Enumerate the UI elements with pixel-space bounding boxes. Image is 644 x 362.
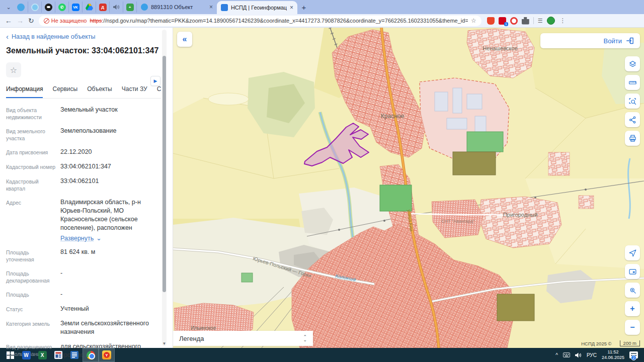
document-app-icon: [70, 351, 78, 359]
forward-button[interactable]: →: [17, 17, 24, 24]
taskbar-word[interactable]: W: [18, 348, 34, 362]
extensions-area: 1 ☰ ⋮: [487, 17, 566, 25]
map-label-nenashevskoe: Ненашевское: [482, 45, 518, 51]
login-bar[interactable]: Войти: [540, 33, 640, 48]
extension-ring-icon[interactable]: [510, 17, 518, 25]
mask-icon: [47, 6, 50, 8]
area-search-button[interactable]: [625, 94, 640, 109]
field-row: СтатусУчтенный: [6, 305, 160, 313]
field-row: Кадастровый квартал33:04:062101: [6, 177, 160, 192]
tab-search-button[interactable]: ⌄: [3, 2, 14, 12]
volume-icon[interactable]: [575, 352, 582, 358]
field-row: Вид земельного участкаЗемлепользование: [6, 127, 160, 142]
map-canvas[interactable]: Ненашевское Красное Пригородный СНТ "Ава…: [173, 28, 644, 348]
url-rest: ://nspd.gov.ru/map?thematic=PKK&zoom=14.…: [102, 18, 468, 24]
tab-nspd[interactable]: НСПД | Геоинформационный ×: [217, 1, 297, 14]
pinned-tab-dzen[interactable]: Д: [96, 2, 109, 13]
notification-center-button[interactable]: 2: [629, 351, 638, 358]
field-row: Площадь декларированная-: [6, 269, 160, 284]
reload-button[interactable]: ↻: [28, 17, 34, 24]
word-icon: W: [22, 351, 31, 359]
favorite-button[interactable]: ☆: [6, 62, 21, 77]
field-value: Учтенный: [60, 305, 89, 313]
close-icon[interactable]: ×: [290, 4, 293, 11]
pinned-tab-3[interactable]: [41, 2, 55, 13]
scroll-down-icon[interactable]: ▼: [162, 341, 167, 346]
minimap-button[interactable]: [625, 264, 640, 279]
taskbar-app-doc1[interactable]: [50, 348, 66, 362]
tab-title: НСПД | Геоинформационный: [231, 5, 287, 11]
language-indicator[interactable]: РУС: [587, 352, 597, 358]
taskbar-chrome[interactable]: [83, 348, 99, 362]
pinned-tab-9[interactable]: +: [123, 2, 136, 13]
object-search-button[interactable]: [625, 283, 640, 298]
pinned-tab-audio[interactable]: [109, 2, 123, 13]
field-value: Владимирская область, р-н Юрьев-Польский…: [60, 198, 160, 232]
map-tools-top: [625, 56, 640, 146]
security-badge[interactable]: Не защищено: [44, 18, 87, 24]
field-label: Дата присвоения: [6, 148, 56, 156]
legend-bar[interactable]: Легенда ⌃ ⌄: [173, 331, 313, 346]
ruler-button[interactable]: [625, 75, 640, 90]
tab-parts[interactable]: Части ЗУ: [122, 85, 147, 98]
new-tab-button[interactable]: +: [297, 2, 310, 13]
clock[interactable]: 11:52 24.06.2025: [602, 349, 624, 361]
security-badge-label: Не защищено: [51, 18, 87, 24]
keyboard-icon[interactable]: [563, 352, 570, 357]
bookmark-star-icon[interactable]: ☆: [471, 17, 476, 24]
tray-expand-icon[interactable]: ^: [555, 352, 558, 358]
taskbar-yandex[interactable]: Y: [99, 348, 115, 362]
login-icon: [626, 37, 634, 44]
address-expand-link[interactable]: Развернуть ⌄: [60, 234, 160, 242]
url-scheme: https: [90, 18, 102, 24]
back-to-results-link[interactable]: ‹ Назад в найденные объекты: [6, 33, 160, 40]
taskbar-tray: ^ РУС 11:52 24.06.2025 2: [555, 349, 642, 361]
app-icon: [31, 4, 39, 11]
extension-blocker-icon[interactable]: 1: [499, 17, 506, 25]
share-button[interactable]: [625, 112, 640, 127]
extension-shield-icon[interactable]: [487, 17, 495, 25]
notification-badge: 2: [631, 355, 636, 360]
page-title: Земельный участок: 33:04:062101:347: [6, 46, 160, 55]
tab-objects[interactable]: Объекты: [87, 85, 112, 98]
scrollbar-thumb[interactable]: [163, 56, 166, 292]
scale-bar: 200 m: [620, 340, 640, 346]
start-button[interactable]: [2, 348, 18, 362]
panel-scrollbar[interactable]: ▼: [162, 30, 167, 346]
expand-label: Развернуть: [60, 235, 94, 242]
layers-button[interactable]: [625, 56, 640, 71]
tab-object[interactable]: 8891310 Объект ×: [136, 2, 217, 13]
field-row-address: Адрес Владимирская область, р-н Юрьев-По…: [6, 198, 160, 242]
dzen-icon: Д: [99, 4, 107, 11]
arrow-right-icon: ▶: [154, 78, 157, 83]
tab-services[interactable]: Сервисы: [52, 85, 77, 98]
taskbar-app-doc2[interactable]: [66, 348, 83, 362]
geolocate-button[interactable]: [625, 245, 640, 260]
field-row: Площадь-: [6, 290, 160, 299]
pinned-tab-2[interactable]: [28, 2, 41, 13]
pinned-tab-1[interactable]: [14, 2, 28, 13]
address-bar[interactable]: Не защищено https://nspd.gov.ru/map?them…: [39, 16, 481, 26]
pinned-tab-vk[interactable]: VK: [68, 2, 82, 13]
browser-menu-icon[interactable]: ⋮: [560, 17, 566, 24]
map-label-krasnoe: Красное: [381, 113, 405, 120]
tabs-overflow-button[interactable]: ▶: [150, 76, 160, 86]
collapse-panel-button[interactable]: «: [177, 32, 192, 47]
tab-information[interactable]: Информация: [6, 85, 43, 98]
pinned-tab-whatsapp[interactable]: ✆: [55, 2, 68, 13]
print-button[interactable]: [625, 131, 640, 146]
zoom-out-button[interactable]: −: [625, 320, 640, 335]
close-icon[interactable]: ×: [209, 4, 213, 11]
zoom-in-button[interactable]: +: [625, 301, 640, 316]
extensions-puzzle-icon[interactable]: [522, 17, 529, 25]
profile-avatar[interactable]: [547, 17, 555, 25]
field-value: 22.12.2020: [60, 148, 92, 156]
taskbar-excel[interactable]: X: [34, 348, 50, 362]
pinned-tab-drive[interactable]: [82, 2, 96, 13]
tab-composition[interactable]: Состав: [157, 85, 161, 98]
back-button[interactable]: ←: [5, 17, 12, 24]
legend-expand-control[interactable]: ⌃ ⌄: [303, 335, 307, 341]
map-footer: НСПД 2025 © 200 m: [581, 340, 640, 346]
collapse-icon: «: [183, 35, 187, 44]
reading-list-icon[interactable]: ☰: [538, 18, 543, 24]
